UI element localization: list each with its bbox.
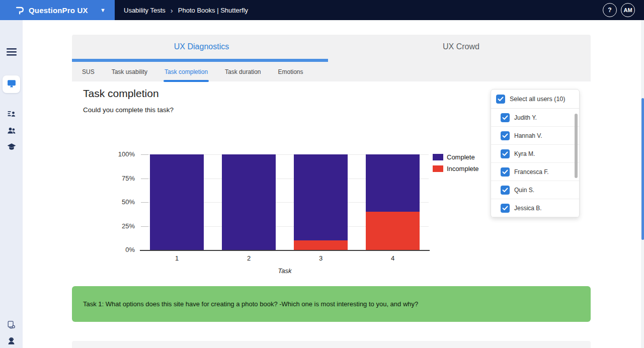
- user-checkbox[interactable]: [501, 186, 510, 195]
- users-icon: [7, 126, 17, 138]
- screen-icon: [7, 78, 17, 91]
- subtab-sus[interactable]: SUS: [81, 66, 96, 77]
- x-axis-title: Task: [141, 267, 429, 275]
- legend-item-incomplete: Incomplete: [433, 165, 479, 172]
- sidebar: [0, 20, 23, 348]
- y-tick-label: 50%: [90, 198, 135, 206]
- gridline: [141, 179, 429, 179]
- y-tick: [141, 226, 148, 227]
- gridline: [141, 202, 429, 203]
- sidebar-item-users[interactable]: [0, 126, 23, 138]
- support-icon: [7, 336, 16, 347]
- bar-2-complete: [222, 154, 276, 250]
- legend-label: Incomplete: [447, 165, 479, 172]
- user-checkbox[interactable]: [501, 131, 510, 140]
- select-all-label: Select all users (10): [510, 96, 565, 103]
- breadcrumb: Usability Tests › Photo Books | Shutterf…: [124, 6, 248, 15]
- y-tick-label: 75%: [90, 175, 135, 182]
- subtab-task-duration[interactable]: Task duration: [224, 66, 262, 77]
- breadcrumb-separator-icon: ›: [171, 6, 173, 15]
- bar-3-incomplete: [294, 240, 348, 250]
- sidebar-item-participant-flow[interactable]: [0, 110, 23, 121]
- bar-4-complete: [366, 154, 420, 212]
- user-row[interactable]: Judith Y.: [491, 109, 579, 127]
- subtab-task-completion[interactable]: Task completion: [164, 66, 209, 77]
- sidebar-item-dashboard[interactable]: [3, 75, 20, 93]
- task-question: Could you complete this task?: [83, 106, 174, 114]
- results-card: UX Diagnostics UX Crowd SUSTask usabilit…: [72, 35, 591, 285]
- sidebar-item-support[interactable]: [0, 336, 23, 347]
- brand-switcher[interactable]: QuestionPro UX ▼: [0, 0, 115, 20]
- y-tick-label: 0%: [90, 246, 135, 253]
- subtab-bar: SUSTask usabilityTask completionTask dur…: [81, 62, 304, 81]
- user-checkbox[interactable]: [501, 113, 510, 122]
- legend-item-complete: Complete: [433, 153, 479, 161]
- page-title: Task completion: [83, 88, 159, 100]
- user-name: Kyra M.: [514, 150, 535, 157]
- user-checkbox[interactable]: [501, 167, 510, 177]
- top-bar: QuestionPro UX ▼ Usability Tests › Photo…: [0, 0, 644, 20]
- legend-swatch: [433, 165, 443, 172]
- page-scrollbar-thumb[interactable]: [641, 98, 644, 240]
- user-list-scrollbar-thumb[interactable]: [575, 114, 578, 178]
- gridline: [141, 154, 429, 155]
- subtab-emotions[interactable]: Emotions: [277, 66, 304, 77]
- legend-swatch: [433, 154, 443, 160]
- tab-ux-crowd[interactable]: UX Crowd: [332, 35, 591, 59]
- avatar[interactable]: AM: [621, 3, 635, 17]
- tab-ux-diagnostics[interactable]: UX Diagnostics: [72, 35, 331, 59]
- user-name: Judith Y.: [514, 114, 537, 121]
- user-checkbox[interactable]: [501, 149, 510, 158]
- avatar-initials: AM: [623, 7, 632, 13]
- user-row[interactable]: Quin S.: [491, 181, 579, 199]
- x-tick-label: 2: [213, 254, 285, 262]
- y-tick: [141, 202, 148, 203]
- x-tick-label: 4: [357, 254, 429, 262]
- sidebar-item-pages-settings[interactable]: [0, 320, 23, 331]
- x-tick-label: 1: [141, 254, 213, 262]
- y-tick: [141, 154, 148, 155]
- help-button[interactable]: ?: [603, 3, 617, 17]
- breadcrumb-usability-tests[interactable]: Usability Tests: [124, 7, 166, 14]
- x-axis-line: [140, 250, 430, 251]
- tab-header: UX Diagnostics UX Crowd SUSTask usabilit…: [72, 35, 591, 81]
- gridline: [141, 226, 429, 227]
- question-icon: ?: [608, 7, 611, 14]
- bar-1-complete: [150, 154, 204, 250]
- user-row[interactable]: Francesca F.: [491, 163, 579, 181]
- select-all-users-row[interactable]: Select all users (10): [491, 90, 579, 109]
- education-icon: [7, 142, 17, 154]
- legend-label: Complete: [447, 153, 475, 161]
- user-checkbox[interactable]: [501, 204, 510, 213]
- chart-legend: CompleteIncomplete: [433, 153, 479, 172]
- y-tick-label: 25%: [90, 222, 135, 230]
- bar-3-complete: [294, 154, 348, 240]
- menu-icon[interactable]: [0, 47, 23, 56]
- subtab-task-usability[interactable]: Task usability: [111, 66, 148, 77]
- user-row[interactable]: Jessica B.: [491, 199, 579, 217]
- questionpro-p-icon: [15, 6, 25, 15]
- x-tick-label: 3: [285, 254, 357, 262]
- sidebar-item-education[interactable]: [0, 142, 23, 154]
- pages-settings-icon: [7, 320, 16, 331]
- task-description-banner: Task 1: What options does this site have…: [72, 286, 591, 322]
- page-scrollbar: [641, 20, 644, 348]
- brand-name: QuestionPro UX: [29, 6, 100, 15]
- bar-4-incomplete: [366, 212, 420, 250]
- user-name: Hannah V.: [514, 132, 542, 139]
- task-description-text: Task 1: What options does this site have…: [83, 300, 418, 308]
- user-row[interactable]: Hannah V.: [491, 127, 579, 145]
- user-name: Quin S.: [514, 187, 534, 194]
- user-list: Judith Y.Hannah V.Kyra M.Francesca F.Qui…: [491, 109, 579, 217]
- user-name: Jessica B.: [514, 205, 542, 212]
- chevron-down-icon[interactable]: ▼: [100, 7, 106, 13]
- y-tick-label: 100%: [90, 150, 135, 158]
- select-all-checkbox[interactable]: [496, 95, 505, 104]
- users-panel: Select all users (10) Judith Y.Hannah V.…: [491, 89, 580, 218]
- breadcrumb-project[interactable]: Photo Books | Shutterfly: [178, 7, 248, 14]
- user-row[interactable]: Kyra M.: [491, 145, 579, 163]
- user-name: Francesca F.: [514, 168, 549, 176]
- participant-flow-icon: [7, 110, 16, 121]
- y-tick: [141, 179, 148, 179]
- next-section-preview: [72, 341, 591, 348]
